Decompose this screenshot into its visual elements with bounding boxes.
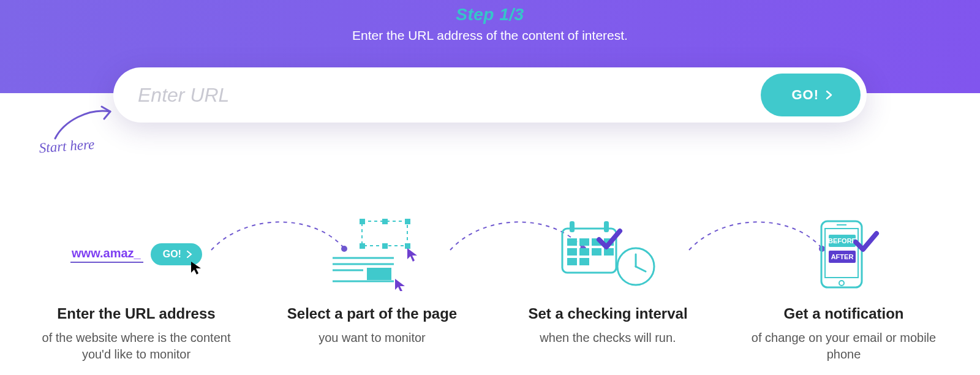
step-subtitle: of the website where is the content you'… [23,330,250,363]
enter-url-illustration: www.amaz_ GO! [23,214,250,294]
steps-row: www.amaz_ GO! Enter the URL address of t… [0,214,980,363]
go-button-label: GO! [791,87,819,103]
mini-go-button-graphic: GO! [151,243,202,265]
svg-line-30 [636,267,646,271]
svg-rect-14 [382,243,388,249]
svg-rect-13 [382,219,388,224]
svg-rect-8 [362,221,407,246]
go-button[interactable]: GO! [761,74,861,116]
step-subtitle: you want to monitor [259,330,486,346]
svg-rect-22 [567,248,577,256]
step-counter: Step 1/3 [0,5,980,25]
notification-illustration: BEFORE AFTER [731,214,957,294]
step-col-interval: Set a checking interval when the checks … [495,214,722,363]
svg-rect-26 [567,258,577,265]
svg-rect-17 [604,221,609,232]
step-description: Enter the URL address of the content of … [0,28,980,43]
url-input[interactable] [138,84,761,107]
before-badge: BEFORE [828,237,856,244]
svg-rect-12 [405,243,410,249]
step-title: Set a checking interval [495,305,722,322]
step-title: Select a part of the page [259,305,486,322]
svg-rect-23 [579,248,589,256]
svg-rect-9 [360,219,365,224]
after-badge: AFTER [831,253,853,260]
hand-drawn-arrow-icon [15,103,119,140]
step-col-notification: BEFORE AFTER Get a notification of chang… [731,214,957,363]
step-col-enter-url: www.amaz_ GO! Enter the URL address of t… [23,214,250,363]
mini-go-label: GO! [163,249,181,260]
svg-rect-18 [567,238,577,246]
svg-rect-10 [405,219,410,224]
step-title: Enter the URL address [23,305,250,322]
step-subtitle: when the checks will run. [495,330,722,346]
mini-url-text: www.amaz_ [70,246,143,263]
start-here-label: Start here [14,135,119,157]
select-part-illustration [259,214,486,294]
step-subtitle: of change on your email or mobile phone [731,330,957,363]
svg-rect-24 [592,248,601,256]
url-input-bar: GO! [113,67,867,123]
svg-rect-19 [579,238,589,246]
svg-point-33 [839,281,844,286]
chevron-right-icon [186,251,192,258]
interval-illustration [495,214,722,294]
start-here-hint: Start here [15,103,119,154]
svg-rect-27 [579,258,589,265]
cursor-icon [190,260,203,275]
step-col-select-part: Select a part of the page you want to mo… [259,214,486,363]
step-title: Get a notification [731,305,957,322]
chevron-right-icon [825,90,834,100]
svg-rect-11 [360,243,365,249]
svg-rect-7 [367,268,391,280]
svg-rect-25 [604,248,614,256]
svg-rect-16 [570,221,575,232]
